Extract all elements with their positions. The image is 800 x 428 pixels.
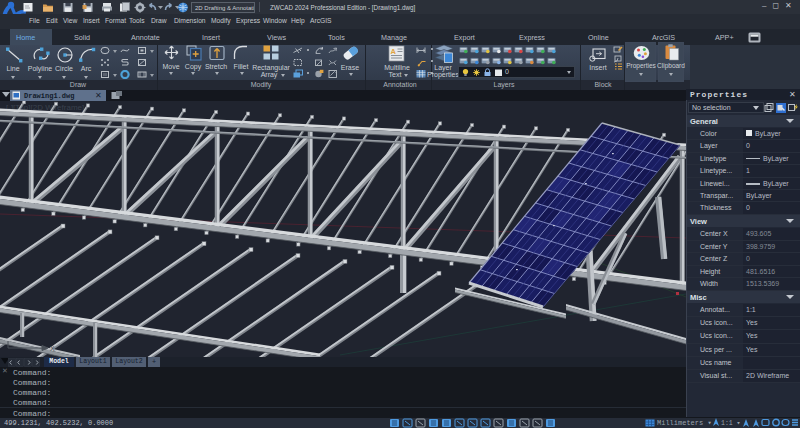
svg-text:1:1 ▾: 1:1 ▾ <box>721 420 741 427</box>
svg-text:A: A <box>391 47 397 56</box>
svg-text:X: X <box>50 345 55 352</box>
